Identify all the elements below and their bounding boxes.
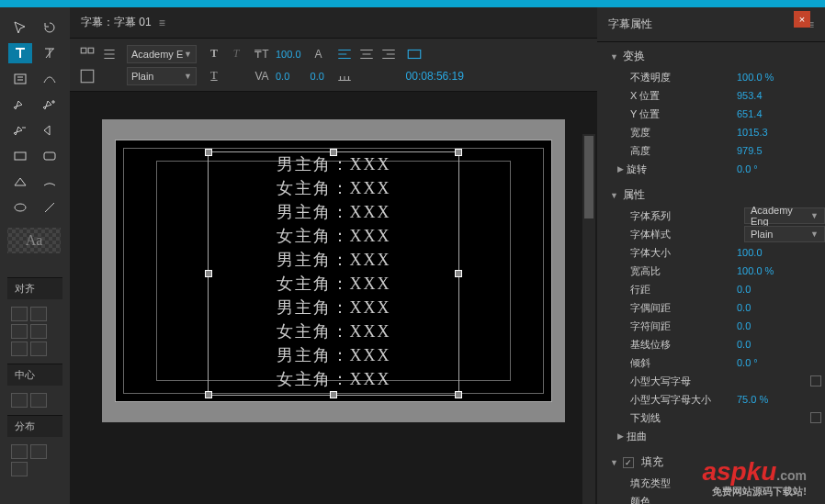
resize-handle[interactable]	[455, 149, 462, 156]
distribute-btn[interactable]	[30, 444, 47, 459]
pen-plus-tool-icon[interactable]	[38, 95, 62, 115]
tracking-prop-value[interactable]: 0.0	[737, 320, 825, 331]
pen-tool-icon[interactable]	[8, 95, 32, 115]
templates-icon[interactable]	[79, 46, 96, 62]
title-toolbar: Academy E▼ Plain▼ T T T ₸T100.0 VA0.0 A …	[70, 39, 597, 92]
bold-icon[interactable]: T	[206, 46, 222, 62]
svg-rect-2	[44, 152, 55, 160]
close-button[interactable]: ×	[794, 11, 810, 28]
title-text-line[interactable]: 女主角：XXX	[209, 272, 458, 296]
rotation-value[interactable]: 0.0 °	[737, 163, 825, 174]
slant-label: 倾斜	[630, 356, 737, 370]
vertical-type-tool-icon[interactable]	[38, 43, 62, 63]
title-text-line[interactable]: 男主角：XXX	[209, 248, 458, 272]
convert-point-tool-icon[interactable]	[38, 120, 62, 140]
title-text-line[interactable]: 女主角：XXX	[209, 224, 458, 248]
fill-checkbox[interactable]: ✓	[623, 457, 634, 468]
font-size-value[interactable]: 100.0	[276, 49, 301, 60]
font-style-prop-select[interactable]: Plain▼	[744, 226, 825, 242]
roll-crawl-icon[interactable]	[101, 46, 118, 62]
rotate-tool-icon[interactable]	[38, 17, 62, 38]
font-family-select[interactable]: Academy E▼	[127, 45, 197, 63]
align-btn[interactable]	[30, 324, 47, 339]
opacity-value[interactable]: 100.0 %	[737, 72, 825, 83]
arc-tool-icon[interactable]	[38, 172, 62, 192]
ellipse-tool-icon[interactable]	[8, 197, 32, 218]
underline-checkbox[interactable]	[810, 412, 821, 423]
rounded-rect-tool-icon[interactable]	[38, 146, 62, 166]
resize-handle[interactable]	[205, 391, 212, 398]
svg-rect-0	[15, 74, 26, 84]
title-text-line[interactable]: 男主角：XXX	[209, 343, 458, 367]
type-tool-icon[interactable]	[8, 43, 32, 63]
x-position-value[interactable]: 953.4	[737, 90, 825, 101]
center-section-label: 中心	[7, 364, 62, 386]
wedge-tool-icon[interactable]	[8, 172, 32, 192]
title-text-line[interactable]: 男主角：XXX	[209, 296, 458, 319]
resize-handle[interactable]	[455, 270, 462, 277]
slant-value[interactable]: 0.0 °	[737, 357, 825, 368]
align-btn[interactable]	[30, 307, 47, 321]
width-value[interactable]: 1015.3	[737, 127, 825, 138]
svg-rect-5	[88, 48, 94, 53]
text-selection-box[interactable]: 男主角：XXX 女主角：XXX 男主角：XXX 女主角：XXX 男主角：XXX …	[208, 151, 459, 396]
scrollbar-thumb[interactable]	[584, 136, 593, 218]
kerning-prop-value[interactable]: 0.0	[737, 302, 825, 313]
center-btn[interactable]	[30, 393, 47, 408]
title-text-line[interactable]: 女主角：XXX	[209, 176, 458, 200]
timecode[interactable]: 00:08:56:19	[406, 70, 464, 83]
y-position-value[interactable]: 651.4	[737, 108, 825, 119]
pen-minus-tool-icon[interactable]	[8, 120, 32, 140]
y-position-label: Y 位置	[630, 107, 737, 121]
align-btn[interactable]	[11, 307, 28, 321]
kerning-value[interactable]: 0.0	[276, 71, 289, 82]
scrollbar[interactable]	[582, 134, 595, 504]
attributes-section-header[interactable]: ▼属性	[597, 184, 825, 207]
leading-prop-value[interactable]: 0.0	[737, 284, 825, 295]
title-text-line[interactable]: 男主角：XXX	[209, 200, 458, 224]
resize-handle[interactable]	[330, 391, 337, 398]
template-icon[interactable]	[79, 68, 96, 84]
align-btn[interactable]	[11, 324, 28, 339]
resize-handle[interactable]	[205, 270, 212, 277]
distort-label[interactable]: 扭曲	[627, 430, 825, 443]
tab-stops-icon[interactable]	[336, 68, 353, 84]
aspect-value[interactable]: 100.0 %	[737, 265, 825, 276]
center-btn[interactable]	[11, 393, 28, 408]
smallcapsize-value[interactable]: 75.0 %	[737, 394, 825, 405]
title-text-line[interactable]: 女主角：XXX	[209, 367, 458, 391]
resize-handle[interactable]	[205, 149, 212, 156]
height-value[interactable]: 979.5	[737, 145, 825, 156]
line-tool-icon[interactable]	[38, 197, 62, 218]
resize-handle[interactable]	[330, 149, 337, 156]
font-family-prop-select[interactable]: Academy Eng▼	[744, 207, 825, 224]
baseline-value[interactable]: 0.0	[737, 339, 825, 350]
title-text-line[interactable]: 女主角：XXX	[209, 319, 458, 343]
font-family-label: 字体系列	[630, 209, 744, 223]
align-right-icon[interactable]	[380, 46, 397, 62]
style-preview[interactable]: Aa	[7, 228, 61, 253]
italic-icon[interactable]: T	[228, 46, 244, 62]
resize-handle[interactable]	[455, 391, 462, 398]
leading-value[interactable]: 0.0	[311, 71, 324, 82]
font-style-select[interactable]: Plain▼	[127, 67, 197, 85]
selection-tool-icon[interactable]	[8, 17, 32, 38]
rectangle-tool-icon[interactable]	[8, 146, 32, 166]
smallcaps-checkbox[interactable]	[810, 375, 821, 386]
title-canvas[interactable]: 男主角：XXX 女主角：XXX 男主角：XXX 女主角：XXX 男主角：XXX …	[102, 119, 565, 422]
align-left-icon[interactable]	[336, 46, 353, 62]
title-tab[interactable]: 字幕：字幕 01	[81, 15, 152, 30]
safe-area: 男主角：XXX 女主角：XXX 男主角：XXX 女主角：XXX 男主角：XXX …	[115, 140, 552, 402]
align-btn[interactable]	[30, 342, 47, 356]
tab-menu-icon[interactable]: ≡	[159, 17, 165, 29]
distribute-btn[interactable]	[11, 462, 28, 476]
path-type-tool-icon[interactable]	[38, 69, 62, 89]
align-center-icon[interactable]	[358, 46, 375, 62]
distribute-btn[interactable]	[11, 444, 28, 459]
underline-icon[interactable]: T	[206, 68, 222, 84]
area-type-tool-icon[interactable]	[8, 69, 32, 89]
show-video-icon[interactable]	[406, 46, 423, 62]
font-size-prop-value[interactable]: 100.0	[737, 247, 825, 258]
transform-section-header[interactable]: ▼变换	[597, 45, 825, 68]
align-btn[interactable]	[11, 342, 28, 356]
